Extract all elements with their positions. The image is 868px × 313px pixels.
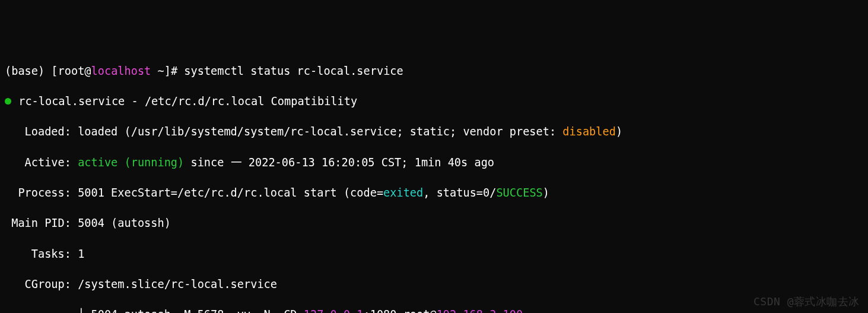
status-dot-icon <box>5 98 11 105</box>
loaded-line: Loaded: loaded (/usr/lib/systemd/system/… <box>5 124 863 140</box>
terminal[interactable]: (base) [root@localhost ~]# systemctl sta… <box>5 64 863 313</box>
loaded-state: loaded <box>78 125 117 138</box>
tasks-line: Tasks: 1 <box>5 246 863 262</box>
process-line: Process: 5001 ExecStart=/etc/rc.d/rc.loc… <box>5 185 863 201</box>
cgroup-line: CGroup: /system.slice/rc-local.service <box>5 277 863 292</box>
prompt-user: root <box>58 65 85 77</box>
command-text: systemctl status rc-local.service <box>184 65 403 77</box>
prompt-cwd: ~ <box>158 65 164 77</box>
env-tag: (base) <box>5 65 44 77</box>
process-status: SUCCESS <box>496 186 542 199</box>
active-line: Active: active (running) since 一 2022-06… <box>5 155 863 170</box>
mainpid-line: Main PID: 5004 (autossh) <box>5 216 863 231</box>
unit-name: rc-local.service <box>18 95 125 108</box>
process-code: exited <box>383 186 423 199</box>
active-state: active (running) <box>78 156 184 169</box>
prompt-line: (base) [root@localhost ~]# systemctl sta… <box>5 64 863 79</box>
tasks-value: 1 <box>78 248 84 260</box>
prompt-symbol: # <box>171 65 177 77</box>
unit-desc: /etc/rc.d/rc.local Compatibility <box>145 95 357 108</box>
cgroup-path: /system.slice/rc-local.service <box>78 278 277 290</box>
active-timestamp: 2022-06-13 16:20:05 CST; 1min 40s ago <box>242 156 494 169</box>
unit-line: rc-local.service - /etc/rc.d/rc.local Co… <box>5 94 863 109</box>
cgroup-child-line: └─5004 autossh -M 5678 -vv -N -CD 127.0.… <box>5 307 863 313</box>
cgroup-ip2: 192.168.3.100 <box>437 308 523 313</box>
mainpid-value: 5004 (autossh) <box>78 217 171 229</box>
vendor-preset: disabled <box>562 125 616 138</box>
cgroup-ip1: 127.0.0.1 <box>304 308 364 313</box>
prompt-host: localhost <box>91 65 151 77</box>
